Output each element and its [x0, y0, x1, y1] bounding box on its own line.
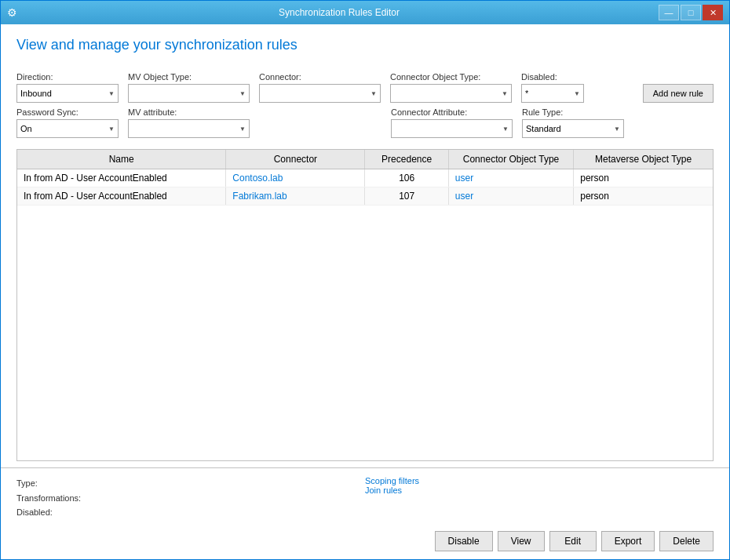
rule-type-value: Standard — [526, 124, 561, 133]
password-sync-value: On — [20, 124, 32, 133]
mv-attribute-select[interactable]: ▼ — [128, 119, 250, 138]
edit-button[interactable]: Edit — [549, 531, 597, 551]
content-area: View and manage your synchronization rul… — [1, 24, 729, 559]
table-row[interactable]: In from AD - User AccountEnabled Contoso… — [17, 169, 713, 187]
cell-connector-object-type: user — [448, 187, 573, 205]
transformations-info: Transformations: — [16, 491, 365, 506]
cell-precedence: 106 — [365, 169, 448, 187]
mv-attribute-label: MV attribute: — [128, 107, 250, 117]
mv-object-type-group: MV Object Type: ▼ — [128, 72, 250, 103]
connector-attribute-select[interactable]: ▼ — [391, 119, 513, 138]
direction-arrow: ▼ — [108, 90, 115, 97]
cell-precedence: 107 — [365, 187, 448, 205]
rules-table-container: Name Connector Precedence Connector Obje… — [16, 149, 714, 461]
header-section: View and manage your synchronization rul… — [1, 24, 729, 72]
app-icon: ⚙ — [7, 6, 20, 19]
table-header-row: Name Connector Precedence Connector Obje… — [17, 150, 713, 169]
direction-group: Direction: Inbound ▼ — [16, 72, 119, 103]
mv-attribute-group: MV attribute: ▼ — [128, 107, 250, 138]
action-buttons: Disable View Edit Export Delete — [16, 528, 714, 551]
direction-value: Inbound — [20, 89, 52, 98]
connector-attribute-group: Connector Attribute: ▼ — [391, 107, 513, 138]
rules-table: Name Connector Precedence Connector Obje… — [17, 150, 713, 205]
password-sync-select[interactable]: On ▼ — [16, 119, 119, 138]
mv-object-type-arrow: ▼ — [239, 90, 246, 97]
col-header-name: Name — [17, 150, 226, 169]
cell-connector-object-type: user — [448, 169, 573, 187]
rule-type-arrow: ▼ — [614, 125, 620, 133]
mv-object-type-label: MV Object Type: — [128, 72, 250, 82]
password-sync-group: Password Sync: On ▼ — [16, 107, 119, 138]
filters-section: Direction: Inbound ▼ MV Object Type: ▼ C… — [1, 72, 729, 143]
cell-connector: Contoso.lab — [226, 169, 365, 187]
cell-metaverse-object-type: person — [574, 169, 713, 187]
bottom-right: Scoping filters Join rules — [365, 476, 714, 520]
cell-connector: Fabrikam.lab — [226, 187, 365, 205]
mv-attribute-arrow: ▼ — [239, 125, 246, 133]
col-header-metaverse-object-type: Metaverse Object Type — [574, 150, 713, 169]
main-window: ⚙ Synchronization Rules Editor — □ ✕ Vie… — [0, 0, 730, 560]
bottom-left: Type: Transformations: Disabled: — [16, 476, 365, 520]
col-header-connector-object-type: Connector Object Type — [448, 150, 573, 169]
cell-name: In from AD - User AccountEnabled — [17, 187, 226, 205]
disable-button[interactable]: Disable — [435, 531, 493, 551]
connector-object-type-select[interactable]: ▼ — [390, 84, 512, 103]
minimize-button[interactable]: — — [659, 5, 679, 20]
disabled-arrow: ▼ — [574, 90, 580, 97]
close-button[interactable]: ✕ — [703, 5, 723, 20]
view-button[interactable]: View — [498, 531, 545, 551]
direction-label: Direction: — [16, 72, 119, 82]
disabled-group: Disabled: * ▼ — [521, 72, 584, 103]
join-rules-link[interactable]: Join rules — [365, 485, 714, 495]
add-new-rule-button[interactable]: Add new rule — [643, 84, 714, 103]
col-header-connector: Connector — [226, 150, 365, 169]
connector-label: Connector: — [259, 72, 381, 82]
cell-name: In from AD - User AccountEnabled — [17, 169, 226, 187]
disabled-select[interactable]: * ▼ — [521, 84, 584, 103]
mv-object-type-select[interactable]: ▼ — [128, 84, 250, 103]
connector-object-type-arrow: ▼ — [502, 90, 508, 97]
rule-type-label: Rule Type: — [522, 107, 624, 117]
direction-select[interactable]: Inbound ▼ — [16, 84, 119, 103]
disabled-info: Disabled: — [16, 505, 365, 520]
password-sync-arrow: ▼ — [108, 125, 115, 133]
rule-type-select[interactable]: Standard ▼ — [522, 119, 624, 138]
connector-object-type-label: Connector Object Type: — [390, 72, 512, 82]
connector-select[interactable]: ▼ — [259, 84, 381, 103]
bottom-section: Type: Transformations: Disabled: Scoping… — [1, 467, 729, 559]
rule-type-group: Rule Type: Standard ▼ — [522, 107, 624, 138]
scoping-filters-link[interactable]: Scoping filters — [365, 476, 714, 485]
disabled-label: Disabled: — [521, 72, 584, 82]
filter-row-2: Password Sync: On ▼ MV attribute: ▼ Conn… — [16, 107, 714, 138]
connector-object-type-group: Connector Object Type: ▼ — [390, 72, 512, 103]
cell-metaverse-object-type: person — [574, 187, 713, 205]
bottom-info: Type: Transformations: Disabled: Scoping… — [16, 476, 714, 520]
col-header-precedence: Precedence — [365, 150, 448, 169]
window-title: Synchronization Rules Editor — [20, 7, 659, 18]
connector-attribute-arrow: ▼ — [502, 125, 509, 133]
type-info: Type: — [16, 476, 365, 491]
delete-button[interactable]: Delete — [659, 531, 714, 551]
filter-row-1: Direction: Inbound ▼ MV Object Type: ▼ C… — [16, 72, 714, 103]
connector-group: Connector: ▼ — [259, 72, 381, 103]
connector-attribute-label: Connector Attribute: — [391, 107, 513, 117]
export-button[interactable]: Export — [601, 531, 655, 551]
table-body: In from AD - User AccountEnabled Contoso… — [17, 169, 713, 205]
disabled-value: * — [525, 89, 528, 98]
table-row[interactable]: In from AD - User AccountEnabled Fabrika… — [17, 187, 713, 205]
connector-arrow: ▼ — [370, 90, 377, 97]
maximize-button[interactable]: □ — [681, 5, 701, 20]
page-title: View and manage your synchronization rul… — [16, 37, 714, 53]
password-sync-label: Password Sync: — [16, 107, 119, 117]
window-controls: — □ ✕ — [659, 5, 723, 20]
title-bar: ⚙ Synchronization Rules Editor — □ ✕ — [1, 1, 729, 24]
